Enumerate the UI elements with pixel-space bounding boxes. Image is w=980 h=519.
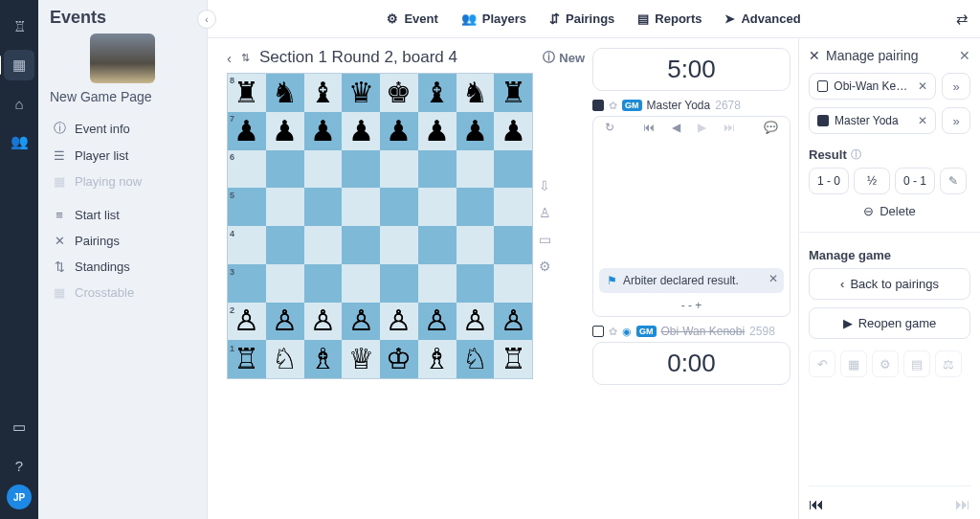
- square[interactable]: ♚: [380, 74, 418, 112]
- square[interactable]: [304, 150, 343, 189]
- book-icon[interactable]: ▭: [539, 232, 551, 247]
- square[interactable]: ♖: [494, 340, 532, 378]
- result-draw[interactable]: ½: [854, 168, 890, 194]
- board-icon[interactable]: ▦: [840, 350, 867, 377]
- square[interactable]: [380, 150, 418, 189]
- tab-advanced[interactable]: ➤Advanced: [724, 11, 800, 26]
- tab-pairings[interactable]: ⇵Pairings: [549, 11, 614, 26]
- square[interactable]: ♝: [304, 74, 343, 112]
- square[interactable]: ♙: [380, 303, 418, 341]
- user-avatar[interactable]: JP: [7, 485, 32, 509]
- square[interactable]: [457, 150, 495, 189]
- square[interactable]: ♟: [266, 112, 304, 150]
- square[interactable]: ♟: [494, 112, 532, 150]
- close-icon[interactable]: ✕: [768, 272, 778, 285]
- archive-icon[interactable]: ⌂: [4, 88, 34, 119]
- tab-players[interactable]: 👥Players: [461, 11, 526, 26]
- square[interactable]: ♟: [304, 112, 343, 150]
- info-icon[interactable]: ⓘ: [851, 147, 861, 162]
- square[interactable]: ♔: [380, 340, 418, 378]
- tab-event[interactable]: ⚙Event: [387, 11, 437, 26]
- square[interactable]: [418, 188, 457, 226]
- card-icon[interactable]: ▭: [4, 412, 34, 442]
- new-button[interactable]: ⓘ New: [543, 49, 585, 66]
- square[interactable]: ♞: [457, 74, 495, 112]
- black-more-button[interactable]: »: [942, 107, 970, 134]
- prev-move-icon[interactable]: ◀: [668, 121, 684, 134]
- square[interactable]: [304, 264, 343, 303]
- nav-event-info[interactable]: ⓘ Event info: [46, 114, 199, 143]
- result-black-wins[interactable]: 0 - 1: [895, 168, 935, 194]
- remove-icon[interactable]: ✕: [918, 79, 927, 93]
- square[interactable]: ♗: [304, 340, 343, 378]
- balance-icon[interactable]: ⚖: [935, 350, 962, 377]
- chess-board[interactable]: 8♜♞♝♛♚♝♞♜7♟♟♟♟♟♟♟♟65432♙♙♙♙♙♙♙♙1♖♘♗♕♔♗♘♖: [227, 73, 533, 379]
- nav-player-list[interactable]: ☰ Player list: [46, 143, 199, 169]
- gear-icon[interactable]: ✿: [609, 326, 617, 338]
- copy-icon[interactable]: ▤: [903, 350, 930, 377]
- nav-playing-now[interactable]: ▦ Playing now: [46, 169, 199, 194]
- event-name[interactable]: New Game Page: [50, 89, 195, 104]
- settings-icon[interactable]: ⚙: [539, 259, 551, 274]
- square[interactable]: [342, 264, 380, 303]
- sort-icon[interactable]: ⇅: [241, 52, 250, 64]
- square[interactable]: [266, 188, 304, 226]
- white-more-button[interactable]: »: [942, 73, 970, 100]
- square[interactable]: ♙: [494, 303, 532, 341]
- square[interactable]: [494, 150, 532, 189]
- square[interactable]: ♙: [266, 303, 304, 341]
- square[interactable]: ♙: [304, 303, 343, 341]
- square[interactable]: [380, 264, 418, 303]
- square[interactable]: [457, 226, 495, 264]
- square[interactable]: ♟: [418, 112, 457, 150]
- square[interactable]: ♗: [418, 340, 457, 378]
- square[interactable]: ♜: [494, 74, 532, 112]
- square[interactable]: ♕: [342, 340, 380, 378]
- back-chevron-icon[interactable]: ‹: [227, 50, 232, 66]
- square[interactable]: [342, 226, 380, 264]
- nav-pairings[interactable]: ✕ Pairings: [46, 228, 199, 254]
- calendar-icon[interactable]: ▦: [4, 50, 34, 80]
- event-thumbnail[interactable]: [90, 34, 155, 83]
- analysis-icon[interactable]: ♙: [539, 205, 551, 220]
- square[interactable]: ♛: [342, 74, 380, 112]
- undo-icon[interactable]: ↶: [809, 350, 835, 377]
- square[interactable]: [457, 264, 495, 303]
- square[interactable]: [418, 226, 457, 264]
- square[interactable]: [304, 226, 343, 264]
- square[interactable]: [457, 188, 495, 226]
- swap-players-icon[interactable]: ⚙: [872, 350, 899, 377]
- chat-icon[interactable]: 💬: [760, 121, 782, 134]
- square[interactable]: [342, 188, 380, 226]
- square[interactable]: ♙: [342, 303, 380, 341]
- nav-crosstable[interactable]: ▦ Crosstable: [46, 280, 199, 305]
- square[interactable]: [494, 188, 532, 226]
- loop-icon[interactable]: ↻: [601, 121, 618, 134]
- square[interactable]: ♙: [418, 303, 457, 341]
- square[interactable]: [342, 150, 380, 189]
- square[interactable]: [380, 188, 418, 226]
- people-icon[interactable]: 👥: [4, 126, 34, 157]
- edit-result-icon[interactable]: ✎: [940, 168, 967, 194]
- back-to-pairings-button[interactable]: ‹ Back to pairings: [809, 268, 970, 300]
- square[interactable]: ♙: [457, 303, 495, 341]
- square[interactable]: ♟: [380, 112, 418, 150]
- black-name[interactable]: Master Yoda: [647, 99, 711, 112]
- square[interactable]: [266, 226, 304, 264]
- nav-start-list[interactable]: ≡ Start list: [46, 202, 199, 228]
- swap-icon[interactable]: ⇄: [956, 11, 969, 28]
- close-panel-icon[interactable]: ✕: [959, 48, 970, 63]
- square[interactable]: [494, 226, 532, 264]
- square[interactable]: [494, 264, 532, 303]
- white-name[interactable]: Obi-Wan Kenobi: [661, 325, 746, 338]
- square[interactable]: [418, 150, 457, 189]
- tab-reports[interactable]: ▤Reports: [637, 11, 702, 26]
- help-icon[interactable]: ?: [4, 450, 34, 481]
- square[interactable]: ♘: [457, 340, 495, 378]
- nav-standings[interactable]: ⇅ Standings: [46, 254, 199, 280]
- first-move-icon[interactable]: ⏮: [639, 121, 658, 134]
- square[interactable]: [266, 264, 304, 303]
- square[interactable]: [266, 150, 304, 189]
- remove-icon[interactable]: ✕: [918, 114, 927, 127]
- black-pairing-chip[interactable]: Master Yoda ✕: [809, 107, 936, 134]
